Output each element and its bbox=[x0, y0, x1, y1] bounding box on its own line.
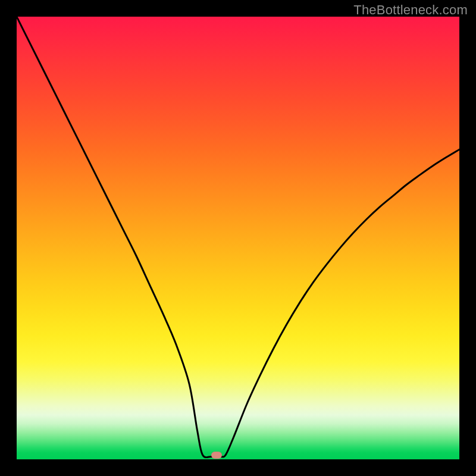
optimal-point-marker bbox=[211, 452, 222, 459]
plot-area bbox=[17, 17, 459, 459]
bottleneck-curve bbox=[17, 17, 459, 459]
chart-frame: TheBottleneck.com bbox=[0, 0, 476, 476]
watermark-text: TheBottleneck.com bbox=[353, 2, 468, 18]
